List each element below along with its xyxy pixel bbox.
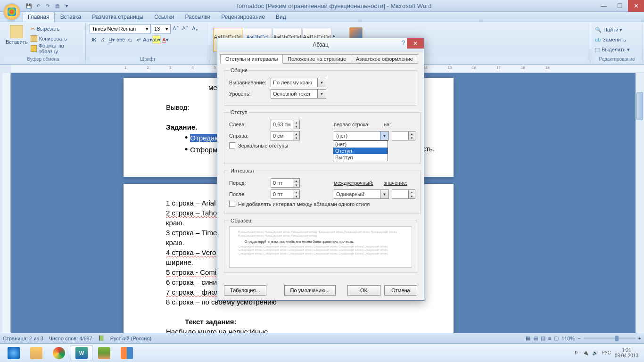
status-proof-icon[interactable]: 📗	[98, 335, 105, 341]
underline-icon[interactable]: Ч▾	[107, 35, 116, 44]
default-button[interactable]: По умолчанию...	[284, 285, 336, 296]
minimize-button[interactable]: —	[596, 0, 612, 12]
taskbar: W 🏳 🔌 🔊 РУС 1:31 09.04.2013	[0, 343, 644, 362]
tabs-button[interactable]: Табуляция...	[224, 285, 266, 296]
font-size-combo[interactable]: 13▾	[152, 24, 171, 33]
qat-more-icon[interactable]: ▾	[62, 1, 71, 10]
tray-language[interactable]: РУС	[602, 350, 611, 355]
replace-icon: ab	[595, 37, 601, 42]
format-painter-button[interactable]: Формат по образцу	[30, 44, 83, 53]
dialog-help-icon[interactable]: ?	[402, 39, 405, 46]
dialog-tab-asian[interactable]: Азиатское оформление	[351, 54, 418, 64]
dialog-tab-indent[interactable]: Отступы и интервалы	[220, 54, 283, 64]
taskbar-word[interactable]: W	[71, 345, 92, 361]
gallery-up-icon[interactable]: ▲	[332, 33, 339, 38]
office-button[interactable]	[3, 3, 21, 21]
maximize-button[interactable]: ☐	[612, 0, 628, 12]
tab-review[interactable]: Рецензирование	[216, 12, 270, 22]
taskbar-chrome[interactable]	[48, 345, 70, 361]
close-button[interactable]: ✕	[628, 0, 644, 12]
tab-references[interactable]: Ссылки	[149, 12, 179, 22]
shrink-font-icon[interactable]: A˅	[181, 24, 190, 33]
zoom-level[interactable]: 110%	[561, 336, 575, 341]
dropdown-option[interactable]: Выступ	[333, 154, 388, 161]
on-spin[interactable]: ▲▼	[392, 131, 415, 140]
select-button[interactable]: ⬚Выделить ▾	[594, 45, 640, 54]
paragraph-dialog: Абзац ? ✕ Отступы и интервалы Положение …	[217, 38, 424, 301]
tray-power-icon[interactable]: 🔌	[583, 350, 588, 355]
vertical-ruler[interactable]	[2, 73, 11, 350]
status-language[interactable]: Русский (Россия)	[110, 336, 151, 341]
strike-icon[interactable]: abc	[116, 35, 125, 44]
system-tray: 🏳 🔌 🔊 РУС 1:31 09.04.2013	[574, 348, 641, 358]
status-words[interactable]: Число слов: 4/697	[49, 336, 92, 341]
tab-home[interactable]: Главная	[23, 12, 55, 22]
alignment-combo[interactable]: По левому краю▼	[271, 78, 326, 87]
replace-button[interactable]: abЗаменить	[594, 35, 640, 44]
align-label: Выравнивание:	[229, 80, 268, 85]
dropdown-option[interactable]: Отступ	[333, 148, 388, 154]
taskbar-media[interactable]	[116, 345, 138, 361]
zoom-slider[interactable]	[584, 337, 636, 339]
tab-layout[interactable]: Разметка страницы	[87, 12, 149, 22]
tab-view[interactable]: Вид	[271, 12, 291, 22]
italic-icon[interactable]: К	[99, 35, 107, 44]
taskbar-explorer[interactable]	[25, 345, 47, 361]
indent-left-spin[interactable]: 0,63 см▲▼	[271, 120, 300, 129]
view-read-icon[interactable]: ▤	[533, 335, 538, 341]
tab-mailings[interactable]: Рассылки	[180, 12, 215, 22]
view-print-icon[interactable]: ▦	[526, 335, 530, 341]
taskbar-winrar[interactable]	[93, 345, 115, 361]
cut-button[interactable]: ✂Вырезать	[30, 24, 83, 33]
grow-font-icon[interactable]: A˄	[172, 24, 180, 33]
linespacing-combo[interactable]: Одинарный▼	[334, 189, 389, 199]
tab-insert[interactable]: Вставка	[55, 12, 87, 22]
level-combo[interactable]: Основной текст▼	[271, 89, 326, 99]
group-edit-label: Редактирование	[594, 56, 640, 62]
status-bar: Страница: 2 из 3 Число слов: 4/697 📗 Рус…	[0, 333, 644, 343]
redo-icon[interactable]: ↷	[43, 1, 52, 10]
find-button[interactable]: 🔍Найти ▾	[594, 25, 640, 34]
cancel-button[interactable]: Отмена	[384, 285, 417, 296]
scrollbar-thumb[interactable]	[636, 92, 643, 120]
save-icon[interactable]: 💾	[25, 1, 33, 10]
paste-button[interactable]: Вставить	[4, 24, 30, 55]
firstline-combo[interactable]: (нет)▼	[334, 131, 389, 140]
view-web-icon[interactable]: ▥	[541, 335, 545, 341]
clear-format-icon[interactable]: Aₐ	[190, 24, 199, 33]
vertical-scrollbar[interactable]	[636, 73, 644, 333]
superscript-icon[interactable]: x²	[134, 35, 143, 44]
mirror-checkbox[interactable]	[229, 142, 235, 148]
undo-icon[interactable]: ↶	[34, 1, 42, 10]
right-label: Справа:	[229, 133, 268, 139]
taskbar-ie[interactable]	[3, 345, 25, 361]
zoom-out-icon[interactable]: −	[578, 336, 580, 341]
before-spin[interactable]: 0 пт▲▼	[271, 178, 300, 188]
font-name-combo[interactable]: Times New Roman▾	[90, 24, 151, 33]
dialog-close-button[interactable]: ✕	[407, 38, 424, 49]
tray-flag-icon[interactable]: 🏳	[574, 350, 579, 355]
highlight-icon[interactable]: ab▾	[152, 35, 161, 44]
indent-right-spin[interactable]: 0 см▲▼	[271, 131, 300, 140]
tray-volume-icon[interactable]: 🔊	[592, 350, 598, 355]
nosame-checkbox[interactable]	[229, 201, 235, 207]
ribbon-tabs: Главная Вставка Разметка страницы Ссылки…	[0, 12, 644, 22]
zoom-in-icon[interactable]: +	[638, 336, 641, 341]
firstline-dropdown-list: (нет) Отступ Выступ	[333, 140, 388, 161]
subscript-icon[interactable]: x₂	[125, 35, 134, 44]
view-draft-icon[interactable]: ▢	[554, 335, 559, 341]
copy-button[interactable]: Копировать	[30, 34, 83, 43]
dropdown-option[interactable]: (нет)	[333, 141, 388, 148]
value-spin[interactable]: ▲▼	[392, 189, 415, 199]
bold-icon[interactable]: Ж	[90, 35, 98, 44]
print-icon[interactable]: ▤	[53, 1, 61, 10]
change-case-icon[interactable]: Aa▾	[143, 35, 152, 44]
dialog-tab-position[interactable]: Положение на странице	[282, 54, 351, 64]
status-page[interactable]: Страница: 2 из 3	[3, 336, 43, 341]
font-color-icon[interactable]: A▾	[161, 35, 170, 44]
tray-clock[interactable]: 1:31 09.04.2013	[615, 348, 638, 358]
after-spin[interactable]: 0 пт▲▼	[271, 189, 300, 199]
dialog-titlebar[interactable]: Абзац ? ✕	[217, 38, 424, 51]
view-outline-icon[interactable]: ≡	[548, 336, 551, 341]
ok-button[interactable]: OK	[347, 285, 380, 296]
